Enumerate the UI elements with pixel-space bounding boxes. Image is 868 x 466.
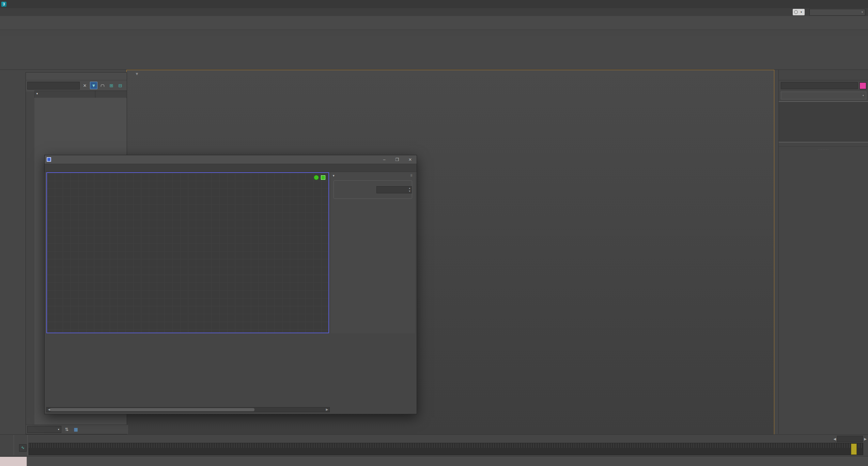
scroll-right-icon[interactable]: ▶ xyxy=(325,408,329,412)
tyflow-close-button[interactable]: ✕ xyxy=(404,156,417,163)
current-frame-display[interactable] xyxy=(837,436,863,442)
tyflow-editor-window[interactable]: – ❐ ✕ ▾ ⠿ xyxy=(44,155,417,414)
scrollbar-thumb[interactable] xyxy=(50,408,254,411)
panel-grip-icon[interactable]: ⠿ xyxy=(410,174,413,177)
view-options-icon[interactable]: ▦ xyxy=(72,426,80,433)
lock-explorer-icon[interactable] xyxy=(99,82,106,89)
sort-options-icon[interactable]: ⇅ xyxy=(63,426,71,433)
main-toolbar xyxy=(0,16,868,30)
scene-explorer-filter-strip xyxy=(26,92,35,424)
object-color-swatch[interactable] xyxy=(859,82,866,89)
node-wires xyxy=(47,173,328,333)
viewport-label-bar: ▼ xyxy=(129,71,139,76)
event-settings-panel: ▾ ⠿ ▲▼ xyxy=(331,172,415,333)
collapse-tree-icon[interactable]: ⊟ xyxy=(117,82,124,89)
object-name-field[interactable] xyxy=(781,82,858,89)
tyflow-node-canvas[interactable] xyxy=(46,172,329,333)
workspace-dropdown[interactable]: ▾ xyxy=(809,9,865,16)
modifier-list-dropdown[interactable]: ▾ xyxy=(781,92,866,99)
tyflow-logo-icon xyxy=(47,157,51,162)
spinner-icon[interactable]: ▲▼ xyxy=(408,187,411,193)
ruler-ticks xyxy=(29,443,863,448)
column-header-name[interactable]: ▼ xyxy=(34,91,95,98)
grid-snap-toggle-icon[interactable] xyxy=(321,175,326,180)
3ds-max-application: 3 ▾ ▾ xyxy=(0,0,868,466)
expand-tree-icon[interactable]: ⊞ xyxy=(108,82,115,89)
tyflow-tab-bar xyxy=(45,164,417,172)
clear-search-icon[interactable]: ✕ xyxy=(81,82,89,89)
time-slider-handle[interactable] xyxy=(851,444,857,455)
user-account-menu[interactable]: ▾ xyxy=(793,9,805,15)
prev-frame-icon[interactable]: ◀ xyxy=(834,437,836,441)
filter-funnel-icon[interactable]: ▼ xyxy=(90,82,97,89)
timeline-area: ◀ ▶ ∿ xyxy=(0,434,868,456)
library-horizontal-scrollbar[interactable]: ◀ ▶ xyxy=(46,407,330,412)
simulation-status-icon[interactable] xyxy=(314,175,319,180)
next-frame-icon[interactable]: ▶ xyxy=(864,437,867,441)
status-bar xyxy=(0,456,868,466)
scene-explorer-footer: ▾ ⇅ ▦ xyxy=(26,424,128,434)
maximize-button[interactable] xyxy=(842,0,855,8)
search-input[interactable] xyxy=(27,82,80,90)
app-icon: 3 xyxy=(1,2,6,7)
user-icon xyxy=(794,10,798,14)
time-slider-track[interactable] xyxy=(29,443,863,455)
title-bar: 3 xyxy=(0,0,868,9)
viewport-filter-icon[interactable]: ▼ xyxy=(135,71,139,76)
scene-explorer-toolbar: ✕ ▼ ⊞ ⊟ xyxy=(26,80,127,91)
modifier-stack[interactable] xyxy=(779,101,868,142)
command-panel-tabs xyxy=(779,70,868,80)
collapse-arrow-icon[interactable]: ▾ xyxy=(333,174,335,177)
menu-bar: ▾ ▾ xyxy=(0,8,868,16)
maxscript-mini-listener[interactable] xyxy=(0,457,27,466)
scene-explorer-menubar xyxy=(26,73,127,80)
close-button[interactable] xyxy=(855,0,868,8)
event-settings-group: ▲▼ xyxy=(334,180,412,199)
explorer-preset-dropdown[interactable]: ▾ xyxy=(27,426,61,433)
column-header-frozen[interactable] xyxy=(95,91,127,98)
ribbon-body xyxy=(0,36,868,70)
rollout-divider: ······· xyxy=(779,148,868,151)
evaluation-priority-field[interactable]: ▲▼ xyxy=(376,186,412,193)
command-panel: ▾ ······· xyxy=(778,70,868,434)
scene-explorer-columns: ▼ xyxy=(34,91,127,98)
tyflow-minimize-button[interactable]: – xyxy=(378,156,391,163)
mini-curve-editor-icon[interactable]: ∿ xyxy=(19,444,27,452)
tyflow-title-bar[interactable]: – ❐ ✕ xyxy=(45,155,417,164)
minimize-button[interactable] xyxy=(829,0,842,8)
tyflow-maximize-button[interactable]: ❐ xyxy=(391,156,404,163)
modifier-stack-buttons xyxy=(779,144,868,147)
